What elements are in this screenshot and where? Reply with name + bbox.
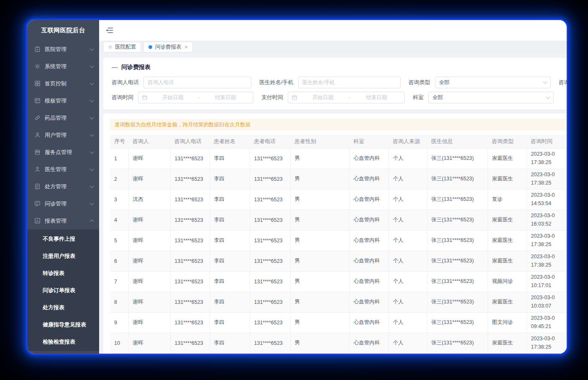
sidebar-subitem-5[interactable]: 健康指导意见报表 <box>27 316 99 333</box>
sidebar-submenu: 不良事件上报 注册用户报表 转诊报表 问诊订单报表 处方报表 健康指导意见报表 … <box>27 229 99 351</box>
cell-consultant: 谢晖 <box>128 333 170 353</box>
tab-label: 医院配置 <box>115 44 136 51</box>
cell-consult-type: 家庭医生 <box>488 333 527 353</box>
cell-consult-time: 2023-03-0 17:38:25 <box>527 230 567 251</box>
cell-consultant-phone: 131****6523 <box>170 292 210 312</box>
cell-patient-phone: 131****6523 <box>250 312 290 333</box>
doctor-name-input[interactable] <box>298 77 401 88</box>
cell-index: 3 <box>110 189 128 210</box>
report-panel: 查询数据为自然月结算金额，跨月结算的数据归在次月数据 序号咨询人咨询人电话患者姓… <box>103 113 567 354</box>
filter-row-2: 咨询时间 开始日期 - 结束日期 支付时间 <box>112 92 567 103</box>
sidebar-item-9[interactable]: 问诊管理 <box>27 195 99 212</box>
pay-time-daterange[interactable]: 开始日期 - 结束日期 <box>288 92 405 103</box>
cell-patient-phone: 131****6523 <box>250 271 290 292</box>
calendar-icon <box>292 95 297 100</box>
cell-consultant-phone: 131****6523 <box>170 333 210 353</box>
sidebar-item-7[interactable]: 医生管理 <box>27 161 99 178</box>
sidebar-item-10[interactable]: 报表管理 <box>27 212 99 229</box>
table-row: 4 谢晖 131****6523 李四 131****6523 男 心血管内科 … <box>110 210 567 230</box>
cell-patient-name: 李四 <box>210 271 250 292</box>
cell-consult-type: 家庭医生 <box>488 169 527 189</box>
sidebar-subitem-1[interactable]: 注册用户报表 <box>27 247 99 264</box>
column-header: 科室 <box>349 135 389 148</box>
cell-department: 心血管内科 <box>349 251 389 271</box>
sidebar-item-5[interactable]: 用户管理 <box>27 126 99 144</box>
cell-index: 6 <box>110 251 128 271</box>
cell-department: 心血管内科 <box>349 292 389 312</box>
cell-source: 个人 <box>389 292 427 312</box>
tab-close-icon[interactable]: × <box>185 44 188 50</box>
cell-department: 心血管内科 <box>349 271 389 292</box>
table-row: 3 沈杰 131****6523 李四 131****6523 男 心血管内科 … <box>110 189 567 210</box>
table-row: 10 谢晖 131****6523 李四 131****6523 男 心血管内科… <box>110 333 567 353</box>
sidebar-item-4[interactable]: 药品管理 <box>27 109 99 126</box>
sidebar-item-8[interactable]: 处方管理 <box>27 178 99 195</box>
cell-source: 个人 <box>389 210 427 230</box>
cell-gender: 男 <box>290 210 349 230</box>
sidebar-subitem-2[interactable]: 转诊报表 <box>27 264 99 282</box>
sidebar-item-6[interactable]: 服务点管理 <box>27 144 99 161</box>
cell-source: 个人 <box>389 148 427 169</box>
tab-hospital-config[interactable]: 医院配置 <box>103 42 141 52</box>
cell-patient-phone: 131****6523 <box>250 210 290 230</box>
cell-consultant-phone: 131****6523 <box>170 251 210 271</box>
chevron-down-icon <box>90 167 94 171</box>
cell-source: 个人 <box>389 271 427 292</box>
cell-consultant: 沈杰 <box>128 189 170 210</box>
cell-department: 心血管内科 <box>349 189 389 210</box>
chevron-down-icon <box>90 98 94 102</box>
consultant-phone-input[interactable] <box>143 77 251 88</box>
sidebar-subitem-0[interactable]: 不良事件上报 <box>27 230 99 247</box>
sidebar-item-0[interactable]: 医院管理 <box>27 41 99 58</box>
chevron-down-icon <box>90 149 94 154</box>
consult-type-select[interactable]: 全部 <box>435 77 551 88</box>
sidebar-item-1[interactable]: 系统管理 <box>27 58 99 75</box>
column-header: 咨询类型 <box>488 135 527 148</box>
cell-patient-name: 李四 <box>210 210 250 230</box>
collapse-panel-icon[interactable]: — <box>112 64 118 70</box>
tab-bar: 医院配置 问诊费报表 × <box>99 41 567 54</box>
sidebar-subitem-6[interactable]: 检验检查报表 <box>27 333 99 350</box>
sidebar-item-3[interactable]: 模板管理 <box>27 92 99 109</box>
doctor-icon <box>34 166 41 172</box>
sidebar-subitem-3[interactable]: 问诊订单报表 <box>27 282 99 299</box>
cell-source: 个人 <box>389 169 427 189</box>
chevron-down-icon <box>90 115 94 119</box>
tab-label: 问诊费报表 <box>155 44 182 51</box>
cell-consult-type: 家庭医生 <box>488 251 527 271</box>
start-date-placeholder: 开始日期 <box>299 94 347 101</box>
cell-consultant: 谢晖 <box>128 230 170 251</box>
cell-gender: 男 <box>290 230 349 251</box>
cell-department: 心血管内科 <box>349 333 389 353</box>
cell-index: 9 <box>110 312 128 333</box>
consult-icon <box>34 200 41 207</box>
filter-doctor: 医生姓名/手机 <box>259 77 401 88</box>
chevron-down-icon <box>90 81 94 85</box>
table-row: 8 谢晖 131****6523 李四 131****6523 男 心血管内科 … <box>110 292 567 312</box>
cell-consultant-phone: 131****6523 <box>170 189 210 210</box>
consult-time-daterange[interactable]: 开始日期 - 结束日期 <box>138 92 253 103</box>
cell-consultant: 谢晖 <box>128 210 170 230</box>
cell-doctor: 张三(131****6523) <box>427 333 488 353</box>
filter-pay-time: 支付时间 开始日期 - 结束日期 <box>261 92 405 103</box>
cell-doctor: 张三(131****6523) <box>427 312 488 333</box>
cell-patient-phone: 131****6523 <box>250 169 290 189</box>
sidebar-menu: 医院管理 系统管理 首页控制 模板管理 药品管理 用户管理 服务点管理 医生管理 <box>27 41 99 229</box>
table-row: 2 谢晖 131****6523 李四 131****6523 男 心血管内科 … <box>110 169 567 189</box>
cell-gender: 男 <box>290 189 349 210</box>
cell-gender: 男 <box>290 251 349 271</box>
cell-consultant-phone: 131****6523 <box>170 312 210 333</box>
cell-consultant: 谢晖 <box>128 271 170 292</box>
department-select[interactable]: 全部 <box>428 92 554 103</box>
collapse-sidebar-icon[interactable] <box>106 27 113 33</box>
cell-patient-phone: 131****6523 <box>250 148 290 169</box>
sidebar-item-2[interactable]: 首页控制 <box>27 75 99 92</box>
sidebar-subitem-4[interactable]: 处方报表 <box>27 299 99 316</box>
calendar-icon <box>142 95 147 100</box>
tab-consult-fee-report[interactable]: 问诊费报表 × <box>143 42 193 52</box>
end-date-placeholder: 结束日期 <box>352 94 401 101</box>
prescription-icon <box>34 183 41 190</box>
tab-dot-icon <box>108 45 112 49</box>
field-label: 科室 <box>413 94 428 101</box>
table-row: 7 谢晖 131****6523 李四 131****6523 男 心血管内科 … <box>110 271 567 292</box>
